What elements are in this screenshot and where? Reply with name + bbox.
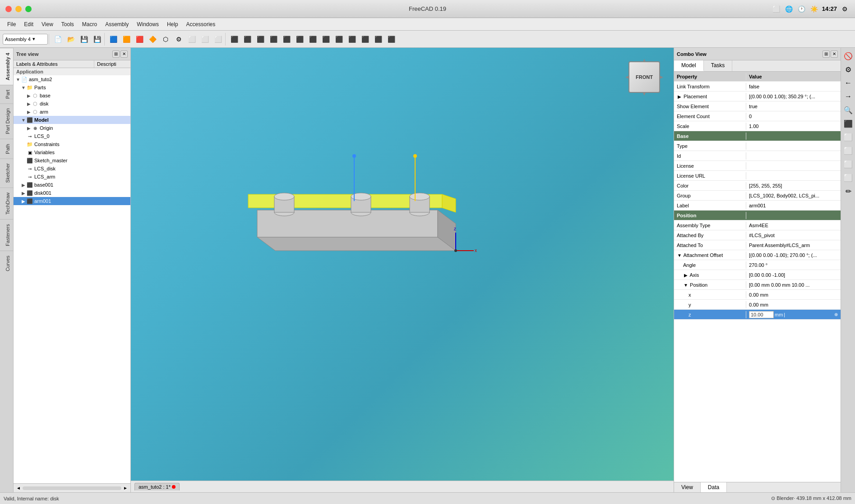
view-btn-9[interactable]: ⬜ (212, 33, 224, 46)
right-icon-cube5[interactable]: ⬜ (842, 171, 855, 184)
asm-btn-2[interactable]: ⬛ (241, 33, 254, 46)
props-val-link-transform[interactable]: false (746, 83, 841, 90)
view-btn-2[interactable]: 🟧 (120, 33, 133, 46)
view-btn-3[interactable]: 🟥 (133, 33, 146, 46)
right-icon-cube4[interactable]: ⬜ (842, 158, 855, 170)
right-icon-pen[interactable]: ✏ (842, 185, 855, 197)
expand-icon-parts[interactable]: ▼ (21, 85, 26, 90)
expand-icon-disk[interactable]: ▶ (26, 101, 32, 106)
props-val-angle[interactable]: 270.00 ° (746, 261, 841, 269)
expand-position-icon[interactable]: ▼ (683, 283, 689, 288)
menu-view[interactable]: View (38, 20, 57, 29)
expand-icon-arm[interactable]: ▶ (26, 109, 32, 115)
sidebar-tab-fasteners[interactable]: Fasteners (0, 219, 13, 251)
menu-file[interactable]: File (4, 20, 19, 29)
props-val-axis[interactable]: [0.00 0.00 -1.00] (746, 271, 841, 279)
tree-item-base[interactable]: ▶ ⬡ base (14, 92, 130, 100)
tab-model[interactable]: Model (674, 60, 704, 71)
right-icon-forward[interactable]: → (842, 90, 855, 103)
tree-item-parts[interactable]: ▼ 📁 Parts (14, 83, 130, 92)
workbench-dropdown[interactable]: Assembly 4 ▾ (3, 34, 48, 45)
sidebar-tab-path[interactable]: Path (0, 139, 13, 159)
menu-assembly[interactable]: Assembly (102, 20, 132, 29)
asm-btn-3[interactable]: ⬛ (254, 33, 267, 46)
viewport[interactable]: ▲ ◄ ► ▼ FRONT (131, 48, 674, 492)
save-button[interactable]: 💾 (78, 33, 90, 46)
open-file-button[interactable]: 📂 (65, 33, 77, 46)
menu-accessories[interactable]: Accessories (183, 20, 219, 29)
view-btn-7[interactable]: ⬜ (185, 33, 198, 46)
asm-btn-11[interactable]: ⬛ (359, 33, 371, 46)
tree-item-disk001[interactable]: ▶ ⬛ disk001 (14, 189, 130, 197)
asm-btn-7[interactable]: ⬛ (306, 33, 319, 46)
tree-item-asm-tuto2[interactable]: ▼ 📄 asm_tuto2 (14, 75, 130, 83)
asm-btn-5[interactable]: ⬛ (280, 33, 293, 46)
props-val-show-element[interactable]: true (746, 103, 841, 110)
menu-tools[interactable]: Tools (58, 20, 78, 29)
expand-icon-base[interactable]: ▶ (26, 93, 32, 98)
tree-item-variables[interactable]: ▣ Variables (14, 148, 130, 156)
maximize-button[interactable] (25, 6, 32, 12)
expand-icon-model[interactable]: ▼ (21, 117, 26, 123)
asm-btn-12[interactable]: ⬛ (372, 33, 384, 46)
view-btn-5[interactable]: ⬡ (159, 33, 172, 46)
expand-axis-icon[interactable]: ▶ (683, 273, 689, 278)
props-val-element-count[interactable]: 0 (746, 113, 841, 120)
z-input[interactable] (749, 311, 774, 318)
viewport-tab-main[interactable]: asm_tuto2 : 1* (134, 483, 180, 490)
asm-btn-6[interactable]: ⬛ (293, 33, 306, 46)
tree-item-base001[interactable]: ▶ ⬛ base001 (14, 181, 130, 189)
tree-item-arm[interactable]: ▶ ⬡ arm (14, 108, 130, 116)
asm-btn-9[interactable]: ⬛ (333, 33, 345, 46)
tree-item-origin[interactable]: ▶ ⊕ Origin (14, 124, 130, 132)
tree-item-disk[interactable]: ▶ ⬡ disk (14, 100, 130, 108)
tree-scroll-right[interactable]: ► (122, 485, 129, 491)
asm-btn-4[interactable]: ⬛ (267, 33, 280, 46)
tab-view[interactable]: View (674, 482, 701, 492)
right-icon-cube3[interactable]: ⬜ (842, 144, 855, 157)
menu-windows[interactable]: Windows (133, 20, 162, 29)
expand-icon-disk001[interactable]: ▶ (21, 190, 26, 196)
z-calc-icon[interactable]: ⊕ (834, 312, 838, 317)
tab-data[interactable]: Data (701, 482, 727, 492)
expand-icon[interactable]: ▼ (15, 77, 21, 82)
combo-close-button[interactable]: ✕ (831, 50, 838, 58)
nav-cube-face[interactable]: FRONT (629, 61, 660, 93)
props-val-placement[interactable]: [(0.00 0.00 1.00); 350.29 °; (... (746, 93, 841, 100)
save-as-button[interactable]: 💾 (91, 33, 103, 46)
props-val-label[interactable]: arm001 (746, 202, 841, 209)
tree-scroll-left[interactable]: ◄ (15, 485, 22, 491)
props-val-assembly-type[interactable]: Asm4EE (746, 222, 841, 229)
sidebar-tab-part[interactable]: Part (0, 85, 13, 103)
right-icon-tools[interactable]: ⚙ (842, 63, 855, 76)
props-val-attachment-offset[interactable]: [(0.00 0.00 -1.00); 270.00 °; (... (746, 252, 841, 259)
asm-btn-1[interactable]: ⬛ (228, 33, 240, 46)
menu-help[interactable]: Help (163, 20, 182, 29)
tree-item-model[interactable]: ▼ ⬛ Model (14, 116, 130, 124)
menu-edit[interactable]: Edit (20, 20, 37, 29)
tree-item-constraints[interactable]: 📁 Constraints (14, 140, 130, 148)
view-btn-6[interactable]: ⚙ (172, 33, 185, 46)
sidebar-tab-techdraw[interactable]: TechDraw (0, 188, 13, 219)
menu-macro[interactable]: Macro (79, 20, 101, 29)
props-val-position-sub[interactable]: [0.00 mm 0.00 mm 10.00 ... (746, 281, 841, 289)
expand-icon-arm001[interactable]: ▶ (21, 198, 26, 204)
right-icon-cube1[interactable]: ⬛ (842, 117, 855, 130)
right-icon-no-entry[interactable]: 🚫 (842, 50, 855, 62)
tree-item-lcs-arm[interactable]: ⊸ LCS_arm (14, 173, 130, 181)
tree-close-button[interactable]: ✕ (120, 50, 128, 58)
props-val-attached-by[interactable]: #LCS_pivot (746, 232, 841, 239)
expand-attachment-icon[interactable]: ▼ (677, 253, 682, 258)
props-val-group[interactable]: [LCS_1002, Body002, LCS_pi... (746, 192, 841, 199)
sidebar-tab-sketcher[interactable]: Sketcher (0, 158, 13, 187)
sidebar-tab-assembly4[interactable]: Assembly 4 (0, 48, 13, 85)
props-val-y[interactable]: 0.00 mm (746, 301, 841, 308)
expand-icon-base001[interactable]: ▶ (21, 182, 26, 188)
props-val-z[interactable]: mm | ⊕ (746, 310, 841, 319)
new-file-button[interactable]: 📄 (51, 33, 64, 46)
close-button[interactable] (5, 6, 12, 12)
tab-tasks[interactable]: Tasks (704, 60, 733, 71)
props-val-color[interactable]: [255, 255, 255] (746, 182, 841, 189)
right-icon-search-zoom[interactable]: 🔍 (842, 104, 855, 116)
combo-pin-button[interactable]: ⊞ (823, 50, 830, 58)
